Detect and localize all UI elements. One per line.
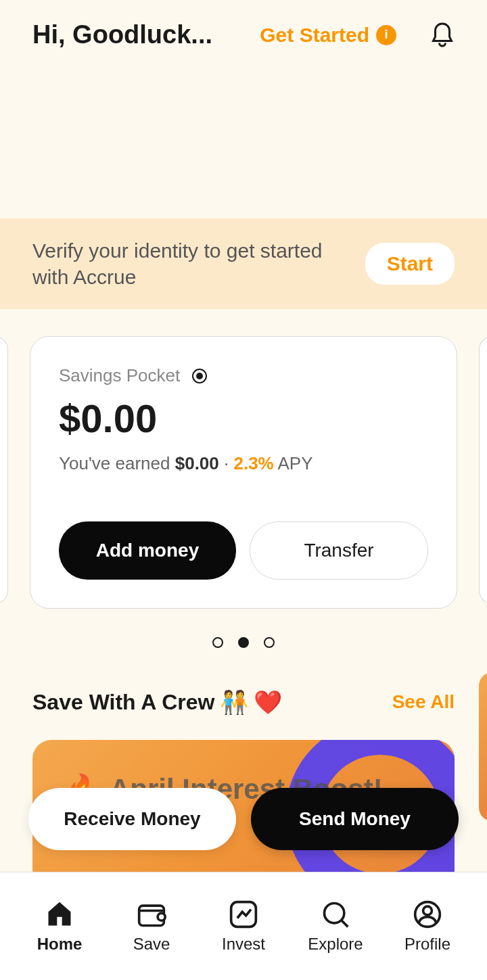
nav-save[interactable]: Save <box>118 900 185 954</box>
svg-line-6 <box>342 920 348 927</box>
chart-icon <box>229 900 258 929</box>
wallet-icon <box>137 900 166 929</box>
carousel-dots <box>0 637 487 648</box>
apy-suffix: APY <box>274 453 313 473</box>
separator: · <box>219 453 234 473</box>
heart-icon: ❤️ <box>254 689 282 716</box>
profile-icon <box>413 900 442 929</box>
earned-prefix: You've earned <box>59 453 175 473</box>
get-started-label: Get Started <box>260 24 369 47</box>
search-icon <box>321 900 350 929</box>
visibility-toggle-icon[interactable] <box>189 368 210 384</box>
notification-bell-icon[interactable] <box>430 22 455 49</box>
bottom-nav: Home Save Invest Explore <box>0 872 487 980</box>
crew-title-text: Save With A Crew <box>32 690 214 715</box>
verify-text: Verify your identity to get started with… <box>32 237 344 290</box>
people-holding-hands-icon: 🧑‍🤝‍🧑 <box>220 689 248 716</box>
fab-row: Receive Money Send Money <box>28 788 459 850</box>
crew-section: Save With A Crew 🧑‍🤝‍🧑 ❤️ See All 🔥 Apri… <box>0 648 487 889</box>
svg-point-1 <box>197 373 202 379</box>
dot-1[interactable] <box>212 637 223 648</box>
nav-explore-label: Explore <box>308 935 363 954</box>
nav-profile-label: Profile <box>404 935 450 954</box>
dot-3[interactable] <box>264 637 275 648</box>
nav-save-label: Save <box>133 935 170 954</box>
greeting-text: Hi, Goodluck... <box>32 20 212 49</box>
balance-amount: $0.00 <box>59 396 428 441</box>
card-peek-left <box>0 336 8 604</box>
send-money-button[interactable]: Send Money <box>251 788 459 850</box>
home-icon <box>45 900 74 929</box>
transfer-button[interactable]: Transfer <box>250 521 428 580</box>
card-peek-right <box>479 336 487 604</box>
nav-home[interactable]: Home <box>26 900 93 954</box>
earnings-row: You've earned $0.00 · 2.3% APY <box>59 453 428 474</box>
verify-banner: Verify your identity to get started with… <box>0 218 487 309</box>
receive-money-button[interactable]: Receive Money <box>28 788 236 850</box>
nav-invest-label: Invest <box>222 935 265 954</box>
header: Hi, Goodluck... Get Started i <box>0 0 487 70</box>
info-icon: i <box>376 25 396 45</box>
earned-amount: $0.00 <box>175 453 219 473</box>
nav-profile[interactable]: Profile <box>394 900 461 954</box>
crew-title: Save With A Crew 🧑‍🤝‍🧑 ❤️ <box>32 689 282 716</box>
svg-point-8 <box>423 906 432 915</box>
nav-invest[interactable]: Invest <box>210 900 277 954</box>
get-started-link[interactable]: Get Started i <box>260 24 396 47</box>
promo-peek-right <box>479 672 487 821</box>
add-money-button[interactable]: Add money <box>59 521 236 580</box>
savings-card-carousel[interactable]: Savings Pocket $0.00 You've earned $0.00… <box>0 309 487 609</box>
savings-card: Savings Pocket $0.00 You've earned $0.00… <box>30 336 457 609</box>
crew-header: Save With A Crew 🧑‍🤝‍🧑 ❤️ See All <box>32 689 455 716</box>
see-all-link[interactable]: See All <box>392 691 455 713</box>
card-buttons: Add money Transfer <box>59 521 428 580</box>
start-button[interactable]: Start <box>365 243 455 285</box>
pocket-label-row: Savings Pocket <box>59 365 428 386</box>
pocket-label: Savings Pocket <box>59 365 180 386</box>
apy-rate: 2.3% <box>233 453 273 473</box>
nav-home-label: Home <box>37 935 83 954</box>
svg-point-5 <box>325 903 344 923</box>
dot-2[interactable] <box>238 637 249 648</box>
svg-point-3 <box>158 913 165 920</box>
nav-explore[interactable]: Explore <box>302 900 369 954</box>
